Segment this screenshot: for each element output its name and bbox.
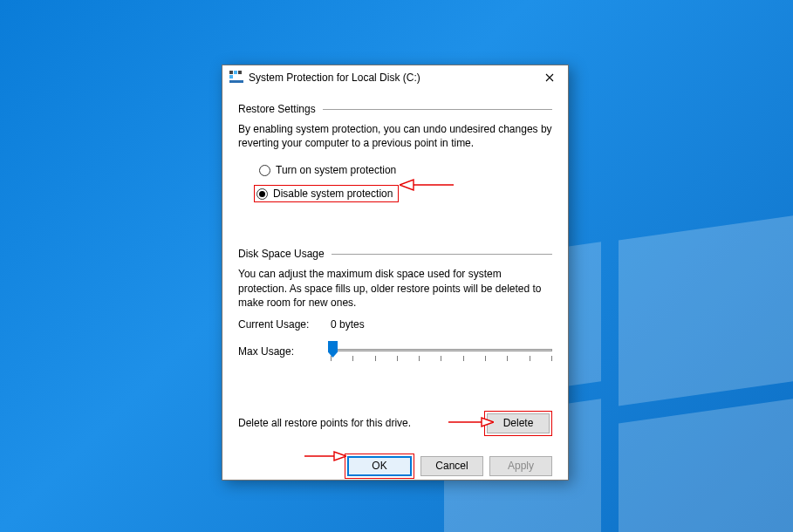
disk-space-label: Disk Space Usage: [238, 248, 325, 260]
restore-settings-label: Restore Settings: [238, 103, 316, 115]
system-protection-dialog: System Protection for Local Disk (C:) Re…: [222, 65, 569, 481]
radio-turn-on-protection[interactable]: Turn on system protection: [256, 162, 552, 178]
dialog-footer: OK Cancel Apply: [238, 454, 552, 479]
radio-disable-label: Disable system protection: [273, 188, 393, 200]
current-usage-label: Current Usage:: [238, 318, 315, 331]
radio-turn-on-label: Turn on system protection: [276, 164, 396, 176]
delete-restore-points-text: Delete all restore points for this drive…: [238, 417, 484, 429]
radio-disable-protection[interactable]: Disable system protection: [254, 185, 399, 202]
cancel-button[interactable]: Cancel: [420, 456, 483, 476]
disk-space-help: You can adjust the maximum disk space us…: [238, 267, 552, 310]
radio-icon: [259, 165, 270, 176]
current-usage-value: 0 bytes: [331, 318, 365, 331]
restore-settings-help: By enabling system protection, you can u…: [238, 122, 552, 150]
apply-button[interactable]: Apply: [489, 456, 552, 476]
delete-button[interactable]: Delete: [487, 413, 550, 433]
dialog-icon: [229, 71, 243, 85]
max-usage-slider[interactable]: [331, 343, 552, 360]
radio-icon: [256, 188, 268, 200]
close-icon: [545, 73, 554, 82]
close-button[interactable]: [531, 65, 568, 90]
titlebar: System Protection for Local Disk (C:): [222, 65, 568, 91]
ok-button[interactable]: OK: [347, 456, 412, 476]
max-usage-label: Max Usage:: [238, 345, 315, 358]
disk-space-heading: Disk Space Usage: [238, 248, 552, 260]
dialog-title: System Protection for Local Disk (C:): [249, 72, 531, 84]
restore-settings-heading: Restore Settings: [238, 103, 552, 115]
